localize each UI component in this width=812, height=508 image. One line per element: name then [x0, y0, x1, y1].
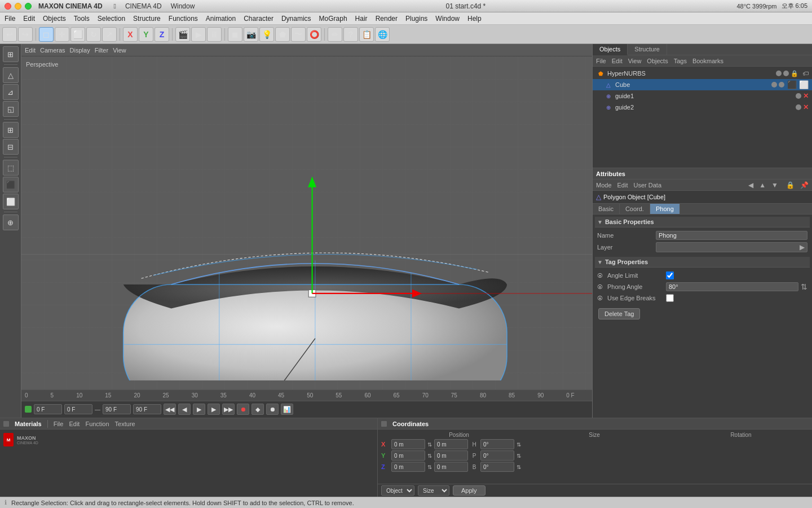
undo-button[interactable]: ↩: [2, 27, 17, 42]
apply-button[interactable]: Apply: [453, 485, 486, 496]
menu-animation[interactable]: Animation: [206, 15, 236, 23]
scale-tool[interactable]: ⬜: [70, 27, 85, 42]
pos-z-spinner[interactable]: ⇅: [427, 464, 432, 470]
web-btn[interactable]: 🌐: [375, 27, 390, 42]
om-file[interactable]: File: [596, 58, 606, 64]
menu-hair[interactable]: Hair: [355, 15, 368, 23]
menu-structure[interactable]: Structure: [133, 15, 161, 23]
left-btn-9[interactable]: ⬜: [3, 194, 19, 209]
guide2-delete[interactable]: ✕: [803, 103, 809, 111]
tab-coord[interactable]: Coord.: [620, 204, 650, 214]
menu-objects[interactable]: Objects: [43, 15, 66, 23]
menu-functions[interactable]: Functions: [169, 15, 198, 23]
auto-key-btn[interactable]: ⏺: [266, 404, 279, 415]
left-btn-10[interactable]: ⊕: [3, 214, 19, 230]
guide1-delete[interactable]: ✕: [803, 92, 809, 100]
tab-phong[interactable]: Phong: [650, 204, 680, 214]
mat-texture[interactable]: Texture: [115, 421, 135, 427]
vt-cameras[interactable]: Cameras: [40, 47, 65, 54]
list-item[interactable]: △ Cube ⬛ ⬜: [593, 79, 812, 90]
view-cube-btn[interactable]: ◼: [228, 27, 242, 42]
size-x-input[interactable]: [434, 439, 468, 449]
tab-structure[interactable]: Structure: [628, 44, 667, 55]
pos-x-spinner[interactable]: ⇅: [427, 441, 432, 448]
layer-value[interactable]: ▶: [656, 242, 807, 252]
spline-btn[interactable]: 〜: [291, 27, 306, 42]
pos-y-spinner[interactable]: ⇅: [427, 453, 432, 459]
phong-angle-input[interactable]: [666, 282, 798, 291]
left-btn-1[interactable]: ⊞: [3, 46, 19, 62]
left-btn-2[interactable]: △: [3, 67, 19, 83]
rot-b-input[interactable]: [480, 462, 514, 472]
attr-pin[interactable]: 📌: [800, 181, 809, 189]
menu-edit[interactable]: Edit: [23, 15, 35, 23]
pos-z-input[interactable]: [391, 462, 425, 472]
camera-btn[interactable]: 📷: [244, 27, 258, 42]
attr-nav-left[interactable]: ◀: [748, 181, 753, 189]
om-tags[interactable]: Tags: [674, 58, 687, 64]
play-back-btn[interactable]: ◀◀: [164, 404, 176, 415]
size-y-input[interactable]: [434, 450, 468, 461]
render-view-btn[interactable]: 🖥: [207, 27, 222, 42]
delete-tag-button[interactable]: Delete Tag: [598, 308, 640, 319]
menu-cinema4d[interactable]: CINEMA 4D: [125, 2, 162, 10]
polygon-btn[interactable]: ⬟: [275, 27, 290, 42]
rot-h-spinner[interactable]: ⇅: [517, 441, 521, 448]
rot-b-spinner[interactable]: ⇅: [517, 464, 521, 470]
pos-y-input[interactable]: [391, 450, 425, 461]
list-item[interactable]: ⊕ guide2 ✕: [593, 102, 812, 113]
rot-p-spinner[interactable]: ⇅: [517, 453, 521, 459]
attr-userdata[interactable]: User Data: [634, 182, 662, 189]
light-btn[interactable]: 💡: [259, 27, 274, 42]
left-btn-3[interactable]: ⊿: [3, 84, 19, 100]
left-btn-6[interactable]: ⊟: [3, 139, 19, 155]
menu-render[interactable]: Render: [376, 15, 398, 23]
mat-edit[interactable]: Edit: [69, 421, 80, 427]
pos-x-input[interactable]: [391, 439, 425, 449]
rotate-tool[interactable]: ↻: [86, 27, 101, 42]
attr-nav-up[interactable]: ▲: [759, 181, 766, 189]
menu-apple[interactable]: : [114, 2, 116, 10]
render-btn[interactable]: ▶: [191, 27, 206, 42]
deform-btn[interactable]: ⭕: [307, 27, 321, 42]
vt-filter[interactable]: Filter: [95, 47, 108, 54]
render-region-btn[interactable]: 🎬: [175, 27, 190, 42]
vt-edit[interactable]: Edit: [25, 47, 36, 54]
size-dropdown[interactable]: Size Scale: [418, 485, 449, 496]
name-input[interactable]: [656, 231, 807, 240]
end-frame-input[interactable]: [103, 404, 131, 414]
left-btn-8[interactable]: ⬛: [3, 177, 19, 192]
keyframe-btn[interactable]: ◆: [251, 404, 264, 415]
om-bookmarks[interactable]: Bookmarks: [692, 58, 723, 64]
menu-character[interactable]: Character: [244, 15, 273, 23]
brush-btn[interactable]: ✏: [328, 27, 342, 42]
axis-z-btn[interactable]: Z: [155, 27, 169, 42]
om-view[interactable]: View: [628, 58, 642, 64]
select-tool[interactable]: ◻: [39, 27, 54, 42]
attr-nav-down[interactable]: ▼: [771, 181, 778, 189]
maximize-button[interactable]: [25, 3, 32, 10]
left-btn-7[interactable]: ⬚: [3, 160, 19, 176]
viewport[interactable]: X Y Perspective: [21, 56, 592, 389]
phong-angle-spinner[interactable]: ⇅: [801, 282, 807, 291]
menu-window[interactable]: Window: [171, 2, 195, 10]
vis-dot[interactable]: [771, 82, 777, 87]
move-tool[interactable]: ✛: [55, 27, 69, 42]
help-btn[interactable]: ?: [343, 27, 358, 42]
play-fwd-btn[interactable]: ▶▶: [222, 404, 235, 415]
vis-dot[interactable]: [796, 93, 801, 99]
attr-mode[interactable]: Mode: [596, 182, 612, 189]
step-fwd-btn[interactable]: ▶: [208, 404, 220, 415]
list-item[interactable]: ⊕ guide1 ✕: [593, 90, 812, 102]
timeline-btn[interactable]: 📊: [281, 404, 293, 415]
menu-mograph[interactable]: MoGraph: [319, 15, 347, 23]
size-z-input[interactable]: [434, 462, 468, 472]
menu-window[interactable]: Window: [435, 15, 460, 23]
redo-button[interactable]: ↪: [18, 27, 33, 42]
render-dot[interactable]: [779, 82, 784, 87]
menu-plugins[interactable]: Plugins: [405, 15, 427, 23]
record-btn[interactable]: ⏺: [237, 404, 249, 415]
om-objects[interactable]: Objects: [647, 58, 668, 64]
close-button[interactable]: [5, 3, 11, 10]
menu-dynamics[interactable]: Dynamics: [281, 15, 311, 23]
